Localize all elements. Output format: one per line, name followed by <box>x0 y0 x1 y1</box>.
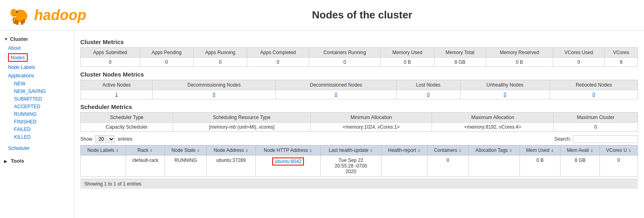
sidebar-item-running[interactable]: RUNNING <box>0 110 74 118</box>
cluster-arrow-icon: ▼ <box>4 37 8 41</box>
cell-node-state: RUNNING <box>165 155 207 177</box>
col-apps-completed: Apps Completed <box>247 48 309 58</box>
sidebar-item-applications[interactable]: Applications <box>0 71 74 80</box>
sidebar-item-killed[interactable]: KILLED <box>0 133 74 141</box>
finished-link[interactable]: FINISHED <box>14 119 37 125</box>
val-apps-running: 0 <box>193 58 247 67</box>
node-http-link[interactable]: ubuntu:8042 <box>275 159 302 164</box>
cell-last-health-update: Tue Sep 2220:55:28 -07002020 <box>321 155 381 177</box>
val-unhealthy-nodes[interactable]: 0 <box>460 90 550 99</box>
val-lost-nodes[interactable]: 0 <box>396 90 460 99</box>
col-apps-running: Apps Running <box>193 48 247 58</box>
col-last-health-update[interactable]: Last health-update ⇕ <box>321 145 381 155</box>
sidebar-item-scheduler[interactable]: Scheduler <box>0 144 74 152</box>
cluster-metrics-title: Cluster Metrics <box>80 38 638 45</box>
scheduler-metrics-title: Scheduler Metrics <box>80 103 638 110</box>
show-label: Show <box>80 136 92 142</box>
new-saving-link[interactable]: NEW_SAVING <box>14 89 46 94</box>
scheduler-link[interactable]: Scheduler <box>8 145 30 151</box>
cell-node-http-address: ubuntu:8042 <box>255 155 320 177</box>
svg-point-3 <box>16 11 18 13</box>
sidebar-item-new[interactable]: NEW <box>0 80 74 87</box>
col-mem-avail[interactable]: Mem Avail ⇕ <box>560 145 600 155</box>
cell-mem-used: 0 B <box>520 155 560 177</box>
col-decommissioning-nodes: Decommissioning Nodes <box>153 80 275 90</box>
sidebar-item-nodes[interactable]: Nodes <box>0 52 74 63</box>
sort-icon: ⇕ <box>551 149 554 153</box>
logo-text: hadoop <box>34 7 86 24</box>
col-containers-running: Containers Running <box>309 48 381 58</box>
svg-point-2 <box>10 9 17 17</box>
col-minimum-allocation: Minimum Allocation <box>310 113 432 123</box>
col-node-state[interactable]: Node State ⇕ <box>165 145 207 155</box>
new-link[interactable]: NEW <box>14 81 25 87</box>
search-input[interactable] <box>573 135 638 143</box>
col-node-http-address[interactable]: Node HTTP Address ⇕ <box>255 145 320 155</box>
col-vcores-used: VCores Used <box>553 48 604 58</box>
sidebar-item-failed[interactable]: FAILED <box>0 125 74 133</box>
sort-icon: ⇕ <box>150 149 153 153</box>
nodes-link-box: Nodes <box>8 53 28 62</box>
col-apps-pending: Apps Pending <box>140 48 193 58</box>
col-memory-used: Memory Used <box>381 48 434 58</box>
killed-link[interactable]: KILLED <box>14 134 31 140</box>
search-area: Search: <box>554 135 638 143</box>
col-node-address[interactable]: Node Address ⇕ <box>207 145 256 155</box>
show-select[interactable]: 20 50 100 <box>95 135 115 143</box>
logo-area: hadoop <box>8 4 88 26</box>
col-mem-used[interactable]: Mem Used ⇕ <box>520 145 560 155</box>
sidebar-item-accepted[interactable]: ACCEPTED <box>0 103 74 110</box>
val-memory-used: 0 B <box>381 58 434 67</box>
sidebar-item-node-labels[interactable]: Node Labels <box>0 63 74 71</box>
sidebar-item-finished[interactable]: FINISHED <box>0 118 74 125</box>
cell-node-address: ubuntu:37289 <box>207 155 256 177</box>
main-layout: ▼ Cluster About Nodes Node Labels Applic… <box>0 30 644 218</box>
col-node-labels[interactable]: Node Labels ⇕ <box>81 145 126 155</box>
sidebar-item-submitted[interactable]: SUBMITTED <box>0 95 74 103</box>
sidebar-tools: ▶ Tools <box>0 156 74 166</box>
col-active-nodes: Active Nodes <box>81 80 153 90</box>
failed-link[interactable]: FAILED <box>14 127 31 132</box>
cluster-label: Cluster <box>10 36 28 42</box>
val-memory-total: 8 GB <box>434 58 486 67</box>
col-vcores: VCores <box>605 48 638 58</box>
val-decommissioning-nodes[interactable]: 0 <box>153 90 275 99</box>
svg-rect-6 <box>14 19 16 23</box>
col-containers[interactable]: Containers ⇕ <box>428 145 469 155</box>
node-labels-link[interactable]: Node Labels <box>8 65 35 70</box>
sidebar-item-new-saving[interactable]: NEW_SAVING <box>0 87 74 95</box>
col-allocation-tags[interactable]: Allocation Tags ⇕ <box>468 145 520 155</box>
val-apps-completed: 0 <box>247 58 309 67</box>
nodes-table: Node Labels ⇕ Rack ⇕ Node State ⇕ Node A… <box>80 145 638 177</box>
val-apps-pending: 0 <box>140 58 193 67</box>
val-minimum-allocation: <memory:1024, vCores:1> <box>310 123 432 132</box>
col-decommissioned-nodes: Decommissioned Nodes <box>275 80 396 90</box>
col-vcores-u[interactable]: VCores U ⇕ <box>600 145 638 155</box>
cluster-header[interactable]: ▼ Cluster <box>0 34 74 44</box>
tools-label: Tools <box>11 158 24 164</box>
sidebar-item-about[interactable]: About <box>0 44 74 52</box>
applications-link[interactable]: Applications <box>8 73 34 79</box>
accepted-link[interactable]: ACCEPTED <box>14 104 40 109</box>
val-decommissioned-nodes[interactable]: 0 <box>275 90 396 99</box>
cell-allocation-tags <box>468 155 520 177</box>
cell-mem-avail: 8 GB <box>560 155 600 177</box>
scheduler-metrics-table: Scheduler Type Scheduling Resource Type … <box>80 112 638 132</box>
running-link[interactable]: RUNNING <box>14 111 37 117</box>
cell-node-labels <box>81 155 126 177</box>
col-lost-nodes: Lost Nodes <box>396 80 460 90</box>
val-vcores-used: 0 <box>553 58 604 67</box>
cell-containers: 0 <box>428 155 469 177</box>
col-rack[interactable]: Rack ⇕ <box>126 145 165 155</box>
col-health-report[interactable]: Health-report ⇕ <box>381 145 428 155</box>
tools-arrow-icon: ▶ <box>4 159 7 164</box>
table-controls: Show 20 50 100 entries Search: <box>80 135 638 143</box>
node-http-link-box: ubuntu:8042 <box>272 157 304 166</box>
col-maximum-cluster: Maximum Cluster <box>554 113 638 123</box>
submitted-link[interactable]: SUBMITTED <box>14 96 42 102</box>
val-active-nodes[interactable]: 1 <box>81 90 153 99</box>
val-rebooted-nodes[interactable]: 0 <box>550 90 638 99</box>
sidebar: ▼ Cluster About Nodes Node Labels Applic… <box>0 30 74 218</box>
about-link[interactable]: About <box>8 45 20 51</box>
nodes-link[interactable]: Nodes <box>11 55 25 61</box>
